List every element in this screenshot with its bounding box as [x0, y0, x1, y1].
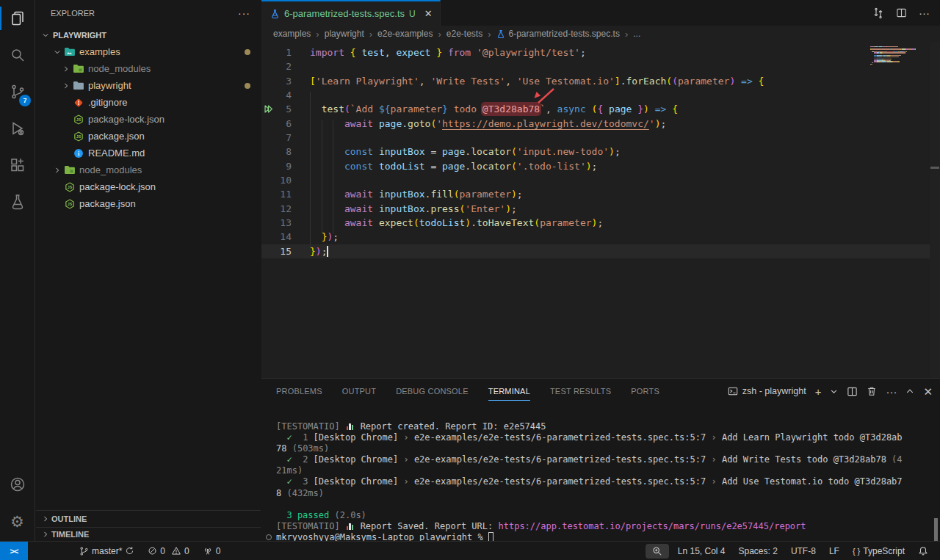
activity-bar-account-icon[interactable] — [0, 466, 35, 503]
tab-untracked-badge: U — [409, 9, 416, 19]
line-number: 15 — [261, 244, 295, 258]
terminal-line: 78 (503ms) — [276, 443, 930, 454]
split-terminal-icon[interactable] — [847, 386, 858, 397]
new-terminal-plus-icon[interactable]: + — [815, 386, 822, 397]
chevron-right-icon[interactable] — [59, 82, 72, 90]
activity-bar-explorer-icon[interactable] — [0, 0, 35, 37]
tree-row[interactable]: JSpackage.json — [36, 128, 261, 145]
encoding-setting[interactable]: UTF-8 — [787, 546, 820, 556]
activity-bar-testing-flask-icon[interactable] — [0, 183, 35, 220]
breadcrumb-item[interactable]: playwright — [325, 29, 364, 39]
panel-tab-output[interactable]: OUTPUT — [342, 379, 376, 404]
terminal-output[interactable]: [TESTOMATIO] Report created. Report ID: … — [276, 421, 930, 543]
activity-bar-settings-gear-icon[interactable]: ⚙ — [0, 503, 35, 539]
code-editor[interactable]: 1import { test, expect } from '@playwrig… — [261, 42, 940, 378]
workspace-section-header[interactable]: PLAYWRIGHT — [36, 26, 261, 43]
code-line[interactable]: 6 await page.goto('https://demo.playwrig… — [261, 117, 940, 131]
panel-tab-terminal[interactable]: TERMINAL — [488, 379, 530, 404]
chevron-right-icon[interactable] — [59, 65, 72, 73]
tree-row[interactable]: JSpackage-lock.json — [36, 178, 261, 195]
ports-status[interactable]: 0 — [198, 546, 225, 556]
notifications-bell[interactable] — [914, 546, 933, 556]
code-line[interactable]: 5 test(`Add ${parameter} todo @T3d28ab78… — [261, 102, 940, 116]
terminal-picker-chevron-down-icon[interactable] — [830, 388, 838, 396]
code-line[interactable]: 12 await inputBox.press('Enter'); — [261, 202, 940, 216]
branch-icon — [79, 546, 89, 556]
git-branch-status[interactable]: master* — [75, 546, 139, 556]
activity-bar-source-control-icon[interactable]: 7 — [0, 73, 35, 110]
zoom-status-button[interactable] — [646, 544, 669, 559]
cursor-position[interactable]: Ln 15, Col 4 — [673, 546, 730, 556]
activity-bar-run-debug-icon[interactable] — [0, 110, 35, 147]
outline-section[interactable]: OUTLINE — [36, 510, 261, 527]
editor-scrollbar[interactable] — [930, 42, 940, 378]
tree-row[interactable]: JSpackage.json — [36, 195, 261, 212]
panel-tab-ports[interactable]: PORTS — [631, 379, 659, 404]
terminal-line: 3 passed (2.0s) — [276, 510, 930, 521]
code-line[interactable]: 2 — [261, 59, 940, 73]
split-editor-icon[interactable] — [896, 7, 907, 18]
tree-row[interactable]: .gitignore — [36, 94, 261, 111]
minimap[interactable] — [870, 46, 922, 65]
explorer-more-actions-icon[interactable]: ··· — [238, 7, 250, 19]
terminal-prompt-icon — [728, 386, 738, 396]
warnings-icon — [171, 546, 181, 556]
breadcrumb-item[interactable]: e2e-examples — [377, 29, 433, 39]
breadcrumb-item[interactable]: examples — [273, 29, 311, 39]
code-line[interactable]: 9 const todoList = page.locator('.todo-l… — [261, 159, 940, 173]
chevron-right-icon[interactable] — [51, 167, 63, 174]
line-number: 8 — [261, 145, 295, 159]
code-line[interactable]: 13 await expect(todoList).toHaveText(par… — [261, 216, 940, 230]
line-number: 2 — [261, 59, 295, 73]
code-line[interactable]: 14 }); — [261, 230, 940, 244]
panel-more-actions-icon[interactable]: ··· — [886, 386, 897, 397]
panel-tab-test-results[interactable]: TEST RESULTS — [550, 379, 611, 404]
activity-bar-extensions-icon[interactable] — [0, 147, 35, 183]
eol-setting[interactable]: LF — [825, 546, 844, 556]
svg-text:JS: JS — [67, 202, 72, 206]
run-test-play-icon[interactable] — [264, 104, 273, 114]
code-line[interactable]: 4 — [261, 88, 940, 102]
tree-row[interactable]: node_modules — [36, 161, 261, 178]
activity-bar-search-icon[interactable] — [0, 37, 35, 73]
remote-indicator[interactable]: >< — [0, 542, 28, 560]
code-line[interactable]: 7 — [261, 131, 940, 145]
indentation-setting[interactable]: Spaces: 2 — [734, 546, 782, 556]
tree-row[interactable]: iREADME.md — [36, 145, 261, 161]
code-line[interactable]: 3['Learn Playwright', 'Write Tests', 'Us… — [261, 74, 940, 88]
indent-guide — [333, 120, 333, 234]
tree-row[interactable]: playwright — [36, 77, 261, 94]
tab-spec-file[interactable]: 6-parametrized-tests.spec.ts U ✕ — [261, 0, 441, 26]
kill-terminal-trash-icon[interactable] — [867, 386, 877, 396]
problems-status[interactable]: 0 0 — [143, 546, 193, 556]
code-line[interactable]: 8 const inputBox = page.locator('input.n… — [261, 145, 940, 159]
breadcrumb-item[interactable]: e2e-tests — [446, 29, 482, 39]
code-line-text: import { test, expect } from '@playwrigh… — [310, 46, 586, 59]
code-line[interactable]: 15}); — [261, 244, 940, 258]
magnifier-plus-icon — [652, 546, 662, 556]
language-mode[interactable]: { } TypeScript — [848, 546, 909, 556]
maximize-panel-chevron-up-icon[interactable] — [905, 387, 914, 396]
panel-tab-problems[interactable]: PROBLEMS — [276, 379, 322, 404]
timeline-section[interactable]: TIMELINE — [36, 527, 261, 541]
tree-row[interactable]: node_modules — [36, 60, 261, 77]
tree-row[interactable]: examples — [36, 43, 261, 60]
breadcrumb-item[interactable]: ... — [633, 29, 640, 39]
terminal-tab[interactable]: zsh - playwright — [728, 386, 806, 396]
close-panel-icon[interactable]: ✕ — [923, 386, 933, 397]
more-actions-icon[interactable]: ··· — [919, 7, 930, 18]
report-url-link[interactable]: https://app.testomat.io/projects/mars/ru… — [499, 521, 806, 531]
terminal-line: 8 (432ms) — [276, 488, 930, 499]
tab-close-icon[interactable]: ✕ — [424, 8, 433, 19]
status-bar: >< master* 0 0 0 Ln 15, Col 4 Spaces: 2 … — [0, 541, 940, 560]
breadcrumb-item[interactable]: 6-parametrized-tests.spec.ts — [496, 29, 620, 39]
command-decoration-circle[interactable] — [266, 534, 272, 540]
editor-cursor — [327, 246, 328, 257]
code-line[interactable]: 11 await inputBox.fill(parameter); — [261, 187, 940, 201]
tree-row[interactable]: JSpackage-lock.json — [36, 111, 261, 128]
chevron-down-icon[interactable] — [51, 48, 63, 56]
code-line[interactable]: 10 — [261, 173, 940, 187]
panel-tab-debug-console[interactable]: DEBUG CONSOLE — [396, 379, 469, 404]
code-line[interactable]: 1import { test, expect } from '@playwrig… — [261, 46, 940, 59]
compare-changes-icon[interactable] — [872, 7, 884, 19]
